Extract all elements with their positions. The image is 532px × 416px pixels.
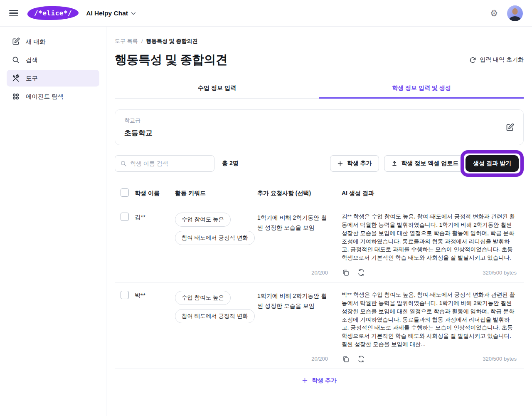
hamburger-menu-icon[interactable] [9,8,20,19]
student-name: 박** [135,291,175,300]
excel-upload-label: 학생 정보 엑셀 업로드 [401,160,459,167]
search-icon [120,160,127,167]
sidebar: 새 대화 검색 도구 에이전트 탐색 [0,27,106,416]
table-row: 김** 수업 참여도 높은 참여 태도에서 긍정적 변화 1학기에 비해 2학기… [115,204,524,282]
breadcrumb-tools-list[interactable]: 도구 목록 [115,37,138,45]
additional-request-text[interactable]: 1학기에 비해 2학기동안 훨씬 성장한 모습을 보임 [257,291,342,311]
elice-logo[interactable]: /*elice*/ [27,6,79,20]
sidebar-item-agent-explore[interactable]: 에이전트 탐색 [7,88,99,105]
header-activity-keywords: 활동 키워드 [175,190,257,197]
compose-icon [12,37,20,46]
sidebar-item-label: 에이전트 탐색 [26,93,64,101]
student-search-box [115,155,214,172]
row-checkbox[interactable] [121,291,129,299]
copy-icon[interactable] [342,269,350,276]
add-student-row-button[interactable]: 학생 추가 [115,369,524,392]
chevron-down-icon [131,10,136,16]
edit-school-level-button[interactable] [505,123,514,132]
reset-input-history-button[interactable]: 입력 내역 초기화 [469,56,524,64]
sidebar-item-tools[interactable]: 도구 [7,70,99,87]
refresh-icon [469,57,476,64]
excel-upload-button[interactable]: 학생 정보 엑셀 업로드 [384,155,466,172]
row-checkbox[interactable] [121,213,129,221]
copy-icon[interactable] [342,355,350,363]
sidebar-item-label: 도구 [26,74,38,82]
get-generation-results-button[interactable]: 생성 결과 받기 [466,155,519,172]
regenerate-icon[interactable] [357,355,365,363]
table-row: 박** 수업 참여도 높은 참여 태도에서 긍정적 변화 1학기에 비해 2학기… [115,282,524,369]
request-char-counter: 20/200 [115,356,341,362]
app-title-dropdown[interactable]: AI Helpy Chat [86,10,136,17]
ai-result-text: 김** 학생은 수업 참여도 높음, 참여·태도에서 긍정적 변화과 관련된 활… [342,213,524,262]
highlight-ring: 생성 결과 받기 [461,150,524,177]
tab-student-info-generate[interactable]: 학생 정보 입력 및 생성 [319,79,524,98]
total-student-count: 총 2명 [222,160,239,167]
header-ai-result: AI 생성 결과 [342,190,524,197]
ai-result-text: 박** 학생은 수업 참여도 높음, 참여·태도에서 긍정적 변화과 관련된 활… [342,291,524,349]
breadcrumb-current: 행동특성 및 종합의견 [146,37,197,45]
header-additional-request: 추가 요청사항 (선택) [257,190,342,197]
tab-class-info[interactable]: 수업 정보 입력 [115,79,319,98]
breadcrumb-separator: / [141,38,143,45]
school-level-label: 학교급 [124,117,153,124]
plus-icon [337,161,343,167]
plus-icon [302,377,308,384]
top-header: /*elice*/ AI Helpy Chat ⚙ [0,0,532,27]
sidebar-item-label: 새 대화 [26,38,46,46]
add-student-button[interactable]: 학생 추가 [330,155,379,172]
sidebar-item-search[interactable]: 검색 [7,52,99,68]
tools-icon [12,74,20,82]
reset-label: 입력 내역 초기화 [480,56,524,64]
settings-gear-icon[interactable]: ⚙ [490,9,498,17]
main-content: 도구 목록 / 행동특성 및 종합의견 행동특성 및 종합의견 입력 내역 초기… [106,27,532,416]
additional-request-text[interactable]: 1학기에 비해 2학기동안 훨씬 성장한 모습을 보임 [257,213,342,233]
keyword-chip[interactable]: 참여 태도에서 긍정적 변화 [175,309,255,323]
header-student-name: 학생 이름 [135,190,175,197]
keyword-chip[interactable]: 수업 참여도 높은 [175,291,231,305]
sidebar-item-new-chat[interactable]: 새 대화 [7,33,99,50]
sidebar-item-label: 검색 [26,56,38,64]
table-toolbar: 총 2명 학생 추가 학생 정보 엑셀 업로드 생성 결과 받기 [115,154,524,173]
add-student-row-label: 학생 추가 [312,377,337,384]
user-avatar[interactable] [507,5,523,21]
keyword-chip[interactable]: 참여 태도에서 긍정적 변화 [175,231,255,245]
byte-counter: 320/500 bytes [483,270,524,276]
student-search-input[interactable] [130,160,209,167]
breadcrumb: 도구 목록 / 행동특성 및 종합의견 [115,37,524,45]
tab-bar: 수업 정보 입력 학생 정보 입력 및 생성 [115,79,524,99]
select-all-checkbox[interactable] [121,188,129,197]
school-level-value: 초등학교 [124,128,153,138]
table-header-row: 학생 이름 활동 키워드 추가 요청사항 (선택) AI 생성 결과 [115,183,524,204]
student-name: 김** [135,213,175,221]
app-title-label: AI Helpy Chat [86,10,128,17]
byte-counter: 320/500 bytes [483,356,524,362]
page-title: 행동특성 및 종합의견 [115,52,228,68]
add-student-label: 학생 추가 [347,160,372,167]
search-icon [12,56,20,64]
edit-pencil-icon [505,123,514,132]
school-level-card: 학교급 초등학교 [115,109,524,145]
upload-icon [391,160,398,167]
agents-grid-icon [12,92,20,101]
request-char-counter: 20/200 [115,270,341,276]
regenerate-icon[interactable] [357,269,365,276]
keyword-chip[interactable]: 수업 참여도 높은 [175,213,231,227]
